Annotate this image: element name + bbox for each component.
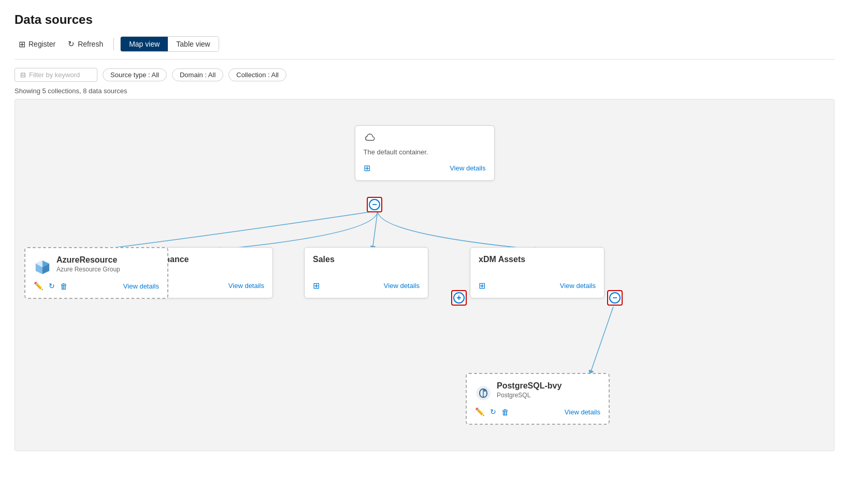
- register-button[interactable]: ⊞ Register: [15, 37, 60, 51]
- table-icon-xdm: ⊞: [479, 281, 485, 291]
- sales-view-details[interactable]: View details: [384, 282, 420, 290]
- cloud-icon: [364, 133, 486, 145]
- xdm-view-details[interactable]: View details: [560, 282, 596, 290]
- psql-header-row: PostgreSQL-bvy PostgreSQL: [475, 381, 600, 405]
- view-toggle: Map view Table view: [120, 36, 219, 52]
- count-text: Showing 5 collections, 8 data sources: [15, 87, 834, 95]
- finance-title: Finance: [157, 255, 264, 264]
- collection-filter[interactable]: Collection : All: [228, 68, 286, 81]
- psql-footer: ✏️ ↻ 🗑 View details: [475, 407, 600, 416]
- table-view-button[interactable]: Table view: [168, 37, 218, 51]
- sales-card: Sales ⊞ View details: [304, 247, 428, 298]
- refresh-label: Refresh: [78, 40, 103, 48]
- edit-icon[interactable]: ✏️: [34, 281, 44, 291]
- map-area: The default container. ⊞ View details − …: [15, 99, 834, 451]
- azure-resource-card: AzureResource Azure Resource Group ✏️ ↻ …: [24, 247, 168, 299]
- filters-bar: ⊟ Filter by keyword Source type : All Do…: [15, 68, 834, 82]
- page-container: Data sources ⊞ Register ↻ Refresh Map vi…: [0, 0, 849, 464]
- default-container-subtitle: The default container.: [364, 148, 486, 156]
- edit-icon-psql[interactable]: ✏️: [475, 407, 485, 416]
- psql-title: PostgreSQL-bvy: [497, 381, 562, 391]
- azure-subtitle: Azure Resource Group: [56, 266, 120, 273]
- keyword-filter[interactable]: ⊟ Filter by keyword: [15, 68, 97, 82]
- azure-footer: ✏️ ↻ 🗑 View details: [34, 281, 159, 291]
- filter-icon: ⊟: [20, 71, 26, 79]
- azure-action-icons: ✏️ ↻ 🗑: [34, 281, 68, 291]
- azure-icon: [34, 258, 51, 276]
- finance-view-details[interactable]: View details: [228, 282, 264, 290]
- azure-text: AzureResource Azure Resource Group: [56, 255, 120, 279]
- postgresql-icon: [475, 385, 492, 401]
- register-label: Register: [28, 40, 55, 48]
- sales-expand-btn[interactable]: +: [451, 290, 467, 306]
- connect-icon[interactable]: ↻: [49, 282, 55, 290]
- toolbar: ⊞ Register ↻ Refresh Map view Table view: [15, 36, 834, 60]
- xdm-footer: ⊞ View details: [479, 281, 596, 291]
- default-container-view-details[interactable]: View details: [450, 164, 485, 172]
- xdm-collapse-btn[interactable]: −: [607, 290, 623, 306]
- sales-footer: ⊞ View details: [313, 281, 420, 291]
- keyword-placeholder: Filter by keyword: [29, 71, 80, 79]
- azure-view-details[interactable]: View details: [123, 282, 159, 290]
- delete-icon[interactable]: 🗑: [60, 282, 68, 291]
- map-view-button[interactable]: Map view: [121, 37, 168, 51]
- refresh-icon: ↻: [68, 39, 75, 49]
- svg-point-7: [484, 390, 486, 392]
- default-container-footer: ⊞ View details: [364, 163, 486, 173]
- psql-view-details[interactable]: View details: [565, 408, 600, 416]
- xdm-assets-card: xDM Assets ⊞ View details: [470, 247, 605, 298]
- register-icon: ⊞: [19, 39, 25, 49]
- default-container-card: The default container. ⊞ View details: [355, 125, 495, 181]
- psql-subtitle: PostgreSQL: [497, 392, 562, 399]
- psql-action-icons: ✏️ ↻ 🗑: [475, 407, 509, 416]
- psql-text: PostgreSQL-bvy PostgreSQL: [497, 381, 562, 405]
- postgresql-card: PostgreSQL-bvy PostgreSQL ✏️ ↻ 🗑 View de…: [466, 373, 610, 425]
- toolbar-divider: [113, 38, 114, 50]
- connect-icon-psql[interactable]: ↻: [490, 408, 496, 416]
- xdm-title: xDM Assets: [479, 255, 596, 264]
- domain-filter[interactable]: Domain : All: [172, 68, 223, 81]
- delete-icon-psql[interactable]: 🗑: [501, 408, 509, 416]
- table-icon-default: ⊞: [364, 163, 370, 173]
- refresh-button[interactable]: ↻ Refresh: [64, 37, 107, 51]
- default-container-collapse-btn[interactable]: −: [367, 197, 382, 212]
- page-title: Data sources: [15, 12, 834, 27]
- azure-title: AzureResource: [56, 255, 120, 265]
- sales-title: Sales: [313, 255, 420, 264]
- table-icon-sales: ⊞: [313, 281, 320, 291]
- finance-footer: ⊞ View details: [157, 281, 264, 291]
- azure-header-row: AzureResource Azure Resource Group: [34, 255, 159, 279]
- source-type-filter[interactable]: Source type : All: [103, 68, 167, 81]
